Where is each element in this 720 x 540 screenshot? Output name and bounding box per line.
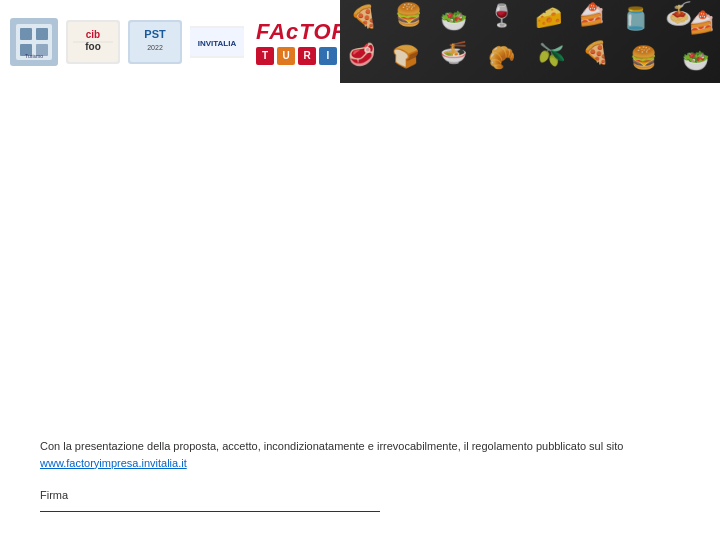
main-content: Con la presentazione della proposta, acc… xyxy=(0,83,720,540)
acceptance-link[interactable]: www.factoryimpresa.invitalia.it xyxy=(40,457,187,469)
svg-rect-2 xyxy=(36,28,48,40)
page-header: Turismo cib foo PST 2022 INVITALIA xyxy=(0,0,720,83)
firma-line xyxy=(40,511,380,512)
svg-text:INVITALIA: INVITALIA xyxy=(198,39,237,48)
letter-T: T xyxy=(256,47,274,65)
header-right-decoration: 🍕 🍔 🥗 🍷 🧀 🍰 🫙 🍝 🥩 🍞 🍜 🥐 🫒 🍕 🍔 🍰 🥗 xyxy=(340,0,720,83)
svg-text:PST: PST xyxy=(144,28,166,40)
logo-cibo: cib foo xyxy=(66,20,120,64)
letter-I: I xyxy=(319,47,337,65)
svg-text:foo: foo xyxy=(85,41,101,52)
acceptance-text: Con la presentazione della proposta, acc… xyxy=(40,438,680,471)
svg-text:Turismo: Turismo xyxy=(25,53,43,59)
svg-text:cib: cib xyxy=(86,29,100,40)
svg-rect-1 xyxy=(20,28,32,40)
header-left: Turismo cib foo PST 2022 INVITALIA xyxy=(0,0,340,83)
factor-text: FAcTOR xyxy=(256,19,348,45)
acceptance-block: Con la presentazione della proposta, acc… xyxy=(40,438,680,475)
letter-R: R xyxy=(298,47,316,65)
svg-text:2022: 2022 xyxy=(147,44,163,51)
firma-block: Firma xyxy=(40,475,680,512)
logo-invitalia: INVITALIA xyxy=(190,26,244,58)
firma-label: Firma xyxy=(40,489,680,501)
logo-pst: PST 2022 xyxy=(128,20,182,64)
letter-U: U xyxy=(277,47,295,65)
logo-regione: Turismo xyxy=(10,18,58,66)
